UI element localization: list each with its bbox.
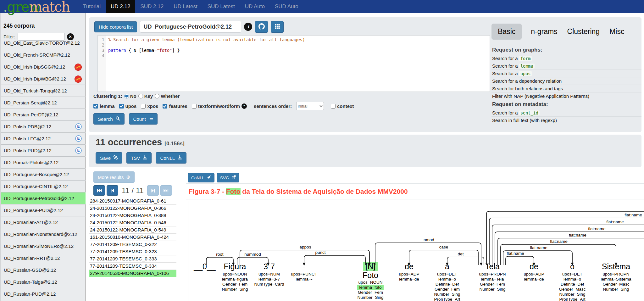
- radio-no[interactable]: [124, 94, 129, 98]
- conll-download-button[interactable]: CoNLL: [156, 152, 186, 164]
- corpus-item[interactable]: UD_Old_Irish-DipWBG@2.12NEW: [1, 73, 86, 85]
- clustering-option-whether[interactable]: Whether: [155, 93, 180, 99]
- more-results-button[interactable]: More results ⊕: [93, 171, 135, 183]
- save-button[interactable]: Save: [96, 152, 122, 164]
- corpus-item[interactable]: UD_Polish-LFG@2.12E: [1, 132, 86, 144]
- corpus-item[interactable]: UD_Old_French-SRCMF@2.12: [1, 49, 86, 61]
- corpus-item[interactable]: UD_Romanian-SiMoNERo@2.12: [1, 240, 86, 252]
- next-page-button[interactable]: [147, 185, 159, 196]
- toggle-xpos[interactable]: xpos: [141, 103, 158, 109]
- corpus-item[interactable]: UD_Romanian-ArT@2.12: [1, 216, 86, 228]
- toggle-context[interactable]: context: [331, 103, 354, 109]
- tsv-download-button[interactable]: TSV: [126, 152, 152, 164]
- token[interactable]: Telaupos=PROPNlemma=TelaGender=FemNumber…: [479, 262, 506, 292]
- first-page-button[interactable]: [93, 185, 105, 196]
- radio-key[interactable]: [138, 94, 143, 98]
- clustering-option-key[interactable]: Key: [138, 93, 153, 99]
- token[interactable]: [N]Fotoupos=NOUNlemma=fotoGender=FemNumb…: [357, 262, 384, 300]
- last-page-button[interactable]: [160, 185, 172, 196]
- conll-view-button[interactable]: CoNLL: [188, 173, 214, 182]
- checkbox[interactable]: [192, 104, 197, 109]
- hit-row[interactable]: 24-20150122-MONOGRAFIA_0-549: [89, 226, 176, 233]
- count-button[interactable]: Count: [129, 113, 158, 125]
- tab-clustering[interactable]: Clustering: [567, 24, 601, 40]
- token[interactable]: oupos=DETlemma=oDefinite=DefGender=MascN…: [559, 262, 586, 301]
- prev-page-button[interactable]: [107, 185, 118, 196]
- corpus-item[interactable]: UD_Romanian-Nonstandard@2.12: [1, 228, 86, 240]
- hit-row[interactable]: 24-20150122-MONOGRAFIA_0-388: [89, 212, 176, 219]
- nav-item-sud-2-12[interactable]: SUD 2.12: [135, 0, 169, 13]
- corpus-item[interactable]: UD_Portuguese-PetroGold@2.12: [1, 192, 86, 204]
- corpus-item[interactable]: UD_Polish-PDB@2.12E: [1, 120, 86, 132]
- help-icon[interactable]: ?: [242, 103, 247, 109]
- corpus-item[interactable]: UD_Persian-PerDT@2.12: [1, 109, 86, 120]
- hit-row[interactable]: 24-20150122-MONOGRAFIA_0-546: [89, 219, 176, 226]
- search-button[interactable]: Search: [93, 113, 125, 125]
- hit-row[interactable]: 161-20150810-MONOGRAFIA_0-424: [89, 233, 176, 241]
- token[interactable]: __0__: [193, 262, 216, 271]
- toggle-upos[interactable]: upos: [119, 103, 137, 109]
- info-icon[interactable]: i: [244, 23, 252, 31]
- toggle-lemma[interactable]: lemma: [93, 103, 115, 109]
- hit-row[interactable]: 24-20150122-MONOGRAFIA_0-366: [89, 204, 176, 212]
- clear-filter-icon[interactable]: ✕: [67, 33, 74, 40]
- quicklink-item[interactable]: Search for both relations and tags: [491, 85, 641, 92]
- corpus-item[interactable]: UD_Russian-PUD@2.12: [1, 288, 86, 300]
- tab-misc[interactable]: Misc: [609, 24, 625, 40]
- corpus-item[interactable]: UD_Old_Turkish-Tonqq@2.12: [1, 85, 86, 97]
- quicklink-item[interactable]: Search for a lemma: [491, 62, 641, 70]
- nav-item-ud-latest[interactable]: UD Latest: [169, 0, 203, 13]
- hit-row[interactable]: 77-20141209-TESEMSC_0-323: [89, 248, 176, 255]
- corpus-item[interactable]: UD_Old_Irish-DipSGG@2.12NEW: [1, 61, 86, 73]
- clustering-option-no[interactable]: No: [124, 93, 136, 99]
- token[interactable]: aupos=DETlemma=oDefinite=DefGender=FemNu…: [434, 262, 460, 301]
- hide-corpora-button[interactable]: Hide corpora list: [94, 21, 137, 32]
- token[interactable]: Sistemaupos=PROPNlemma=SistemaGender=Mas…: [601, 262, 631, 292]
- corpus-item[interactable]: UD_Portuguese-PUD@2.12: [1, 204, 86, 216]
- table-view-button[interactable]: [271, 21, 284, 33]
- nav-item-ud-auto[interactable]: UD Auto: [240, 0, 270, 13]
- hit-row[interactable]: 279-20140530-MONOGRAFIA_0-106: [89, 270, 176, 277]
- quicklink-item[interactable]: Search for a upos: [491, 70, 641, 77]
- corpus-item[interactable]: UD_Old_East_Slavic-TOROT@2.12: [1, 41, 86, 49]
- corpus-item[interactable]: UD_Romanian-RRT@2.12: [1, 252, 86, 264]
- corpus-item[interactable]: UD_Portuguese-CINTIL@2.12: [1, 180, 86, 192]
- corpus-item[interactable]: UD_Russian-GSD@2.12: [1, 264, 86, 276]
- hit-row[interactable]: 284-20150917-MONOGRAFIA_0-61: [89, 198, 176, 204]
- pattern-editor[interactable]: 1234 % Search for a given lemma (lemmati…: [97, 35, 490, 92]
- quicklink-item[interactable]: Search in full text (with regexp): [491, 117, 641, 124]
- tab-basic[interactable]: Basic: [491, 24, 522, 40]
- github-button[interactable]: [255, 21, 268, 33]
- hit-row[interactable]: 77-20141209-TESEMSC_0-334: [89, 262, 176, 270]
- quicklink-item[interactable]: Filter with NAP (Negative Application Pa…: [491, 92, 641, 100]
- corpus-item[interactable]: UD_Persian-Seraji@2.12: [1, 97, 86, 109]
- tab-n-grams[interactable]: n-grams: [530, 24, 558, 40]
- quicklink-item[interactable]: Search for a dependency relation: [491, 77, 641, 85]
- hit-row[interactable]: 77-20141209-TESEMSC_0-333: [89, 255, 176, 262]
- corpus-item[interactable]: UD_Portuguese-Bosque@2.12: [1, 168, 86, 180]
- checkbox[interactable]: [93, 104, 98, 109]
- checkbox[interactable]: [331, 104, 336, 109]
- corpus-input[interactable]: [140, 21, 241, 33]
- corpus-item[interactable]: UD_Russian-Taiga@2.12: [1, 276, 86, 288]
- toggle-features[interactable]: features: [163, 103, 187, 109]
- quicklink-item[interactable]: Search for a form: [491, 55, 641, 62]
- dependency-graph[interactable]: __0__Figuraupos=NOUNlemma=figuraGender=F…: [188, 201, 644, 301]
- corpus-item[interactable]: UD_Polish-PUD@2.12E: [1, 144, 86, 156]
- sentences-order-select[interactable]: initial: [296, 102, 324, 110]
- checkbox[interactable]: [141, 104, 146, 109]
- svg-view-button[interactable]: SVG: [217, 173, 239, 182]
- token[interactable]: 3-7upos=NUMlemma=3-7NumType=Card: [254, 262, 284, 287]
- quicklink-item[interactable]: Search for a sent_id: [491, 109, 641, 117]
- radio-whether[interactable]: [155, 94, 159, 98]
- nav-item-sud-latest[interactable]: SUD Latest: [203, 0, 240, 13]
- checkbox[interactable]: [163, 104, 167, 109]
- checkbox[interactable]: [119, 104, 124, 109]
- nav-item-sud-auto[interactable]: SUD Auto: [270, 0, 303, 13]
- token[interactable]: Figuraupos=NOUNlemma=figuraGender=FemNum…: [222, 262, 248, 292]
- toggle-textform-wordform[interactable]: textform/wordform?: [192, 103, 247, 109]
- hit-row[interactable]: 77-20141209-TESEMSC_0-322: [89, 241, 176, 248]
- filter-input[interactable]: [18, 33, 65, 41]
- nav-item-ud-2-12[interactable]: UD 2.12: [106, 0, 135, 13]
- corpus-item[interactable]: UD_Pomak-Philotis@2.12: [1, 156, 86, 168]
